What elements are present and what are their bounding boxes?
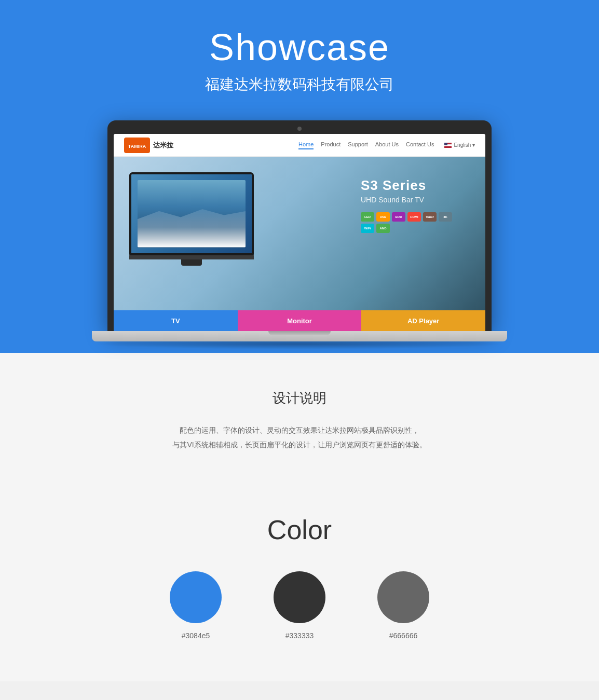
series-title: S3 Series [361, 177, 465, 194]
color-hex-gray: #666666 [389, 632, 418, 640]
badge-android: AND [376, 224, 390, 233]
menu-product: Product [321, 141, 341, 149]
website-hero-banner: S3 Series UHD Sound Bar TV LED USB BDD H… [114, 157, 485, 331]
bottom-nav-monitor: Monitor [238, 310, 362, 331]
menu-home: Home [298, 141, 314, 149]
tv-wave [138, 207, 246, 248]
series-subtitle: UHD Sound Bar TV [361, 196, 465, 204]
badge-wifi: WiFi [361, 224, 374, 233]
design-desc: 配色的运用、字体的设计、灵动的交互效果让达米拉网站极具品牌识别性， 与其VI系统… [172, 423, 426, 452]
color-circle-dark [274, 571, 325, 623]
website-menu: Home Product Support About Us Contact Us [298, 141, 434, 149]
swatch-blue: #3084e5 [170, 571, 222, 640]
color-title: Color [267, 514, 332, 545]
website-nav: TAMIRA 达米拉 Home Product Support About Us… [114, 134, 485, 157]
website-text-content: S3 Series UHD Sound Bar TV LED USB BDD H… [361, 177, 465, 233]
bottom-nav-tv: TV [114, 310, 238, 331]
design-title: 设计说明 [273, 389, 326, 407]
laptop-camera [297, 127, 302, 131]
badge-4k: 4K [439, 212, 452, 222]
feature-badges-row: LED USB BDD HDMI Tuner 4K WiFi AND [361, 212, 465, 233]
color-section: Color #3084e5 #333333 #666666 [0, 483, 599, 681]
menu-contact: Contact Us [406, 141, 434, 149]
laptop-screen-outer: TAMIRA 达米拉 Home Product Support About Us… [107, 120, 492, 331]
badge-bdd: BDD [392, 212, 405, 222]
color-circle-gray [377, 571, 429, 623]
hero-title: Showcase [209, 26, 390, 68]
svg-rect-6 [444, 143, 447, 145]
logo-text: 达米拉 [153, 141, 173, 150]
design-section: 设计说明 配色的运用、字体的设计、灵动的交互效果让达米拉网站极具品牌识别性， 与… [0, 353, 599, 483]
color-hex-dark: #333333 [285, 632, 314, 640]
laptop-base [92, 331, 507, 341]
tv-screen-inner [138, 180, 246, 247]
badge-usb: USB [376, 212, 390, 222]
color-swatches: #3084e5 #333333 #666666 [170, 571, 429, 640]
menu-about: About Us [375, 141, 399, 149]
design-desc-line2: 与其VI系统相辅相成，长页面扁平化的设计，让用户浏览网页有更舒适的体验。 [172, 441, 426, 449]
badge-led: LED [361, 212, 374, 222]
badge-tuner: Tuner [423, 212, 437, 222]
design-desc-line1: 配色的运用、字体的设计、灵动的交互效果让达米拉网站极具品牌识别性， [180, 426, 419, 434]
tv-body [129, 172, 254, 255]
color-hex-blue: #3084e5 [182, 632, 210, 640]
swatch-dark: #333333 [274, 571, 325, 640]
badge-hdmi: HDMI [407, 212, 421, 222]
svg-rect-5 [444, 146, 452, 147]
hero-subtitle: 福建达米拉数码科技有限公司 [205, 75, 394, 94]
website-bottom-nav: TV Monitor AD Player [114, 310, 485, 331]
tv-stand-leg [181, 259, 202, 266]
laptop-notch [268, 331, 331, 335]
color-circle-blue [170, 571, 222, 623]
tv-display [129, 172, 254, 266]
bottom-nav-ad: AD Player [361, 310, 485, 331]
website-lang: English ▾ [444, 142, 475, 148]
website-logo: TAMIRA 达米拉 [124, 138, 173, 153]
svg-text:TAMIRA: TAMIRA [128, 144, 146, 149]
menu-support: Support [348, 141, 368, 149]
tv-base-bar [129, 255, 254, 259]
hero-section: Showcase 福建达米拉数码科技有限公司 TAMIRA [0, 0, 599, 353]
laptop-mockup: TAMIRA 达米拉 Home Product Support About Us… [107, 120, 492, 349]
logo-icon: TAMIRA [124, 138, 150, 153]
swatch-gray: #666666 [377, 571, 429, 640]
laptop-screen-inner: TAMIRA 达米拉 Home Product Support About Us… [114, 134, 485, 331]
tv-screen [131, 174, 252, 253]
